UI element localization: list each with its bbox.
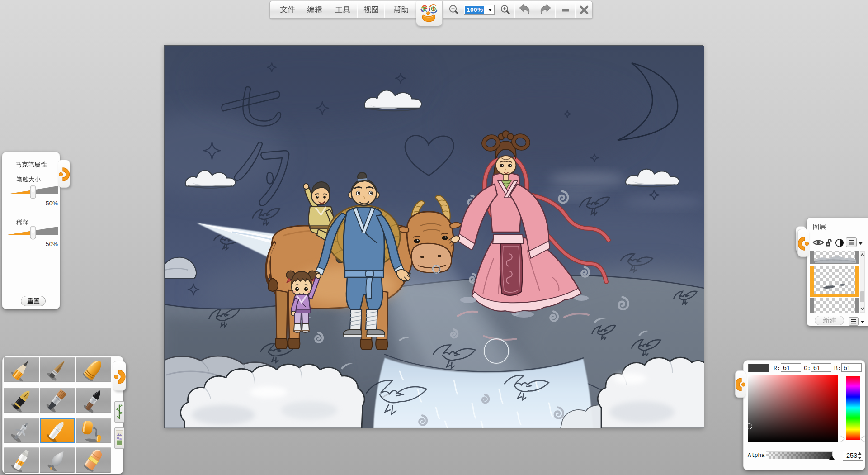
redo-button[interactable] — [535, 1, 555, 18]
hue-marker-left[interactable] — [840, 436, 844, 442]
layer-item-bottom[interactable] — [810, 298, 859, 313]
alpha-spin-up[interactable] — [856, 451, 863, 456]
lock-icon[interactable] — [824, 238, 833, 247]
menu-tools[interactable] — [328, 1, 357, 18]
reset-button[interactable] — [21, 296, 46, 306]
undo-icon — [518, 4, 532, 16]
zoom-out-button[interactable] — [445, 1, 462, 18]
grip-icon — [798, 229, 810, 257]
blue-label: B: — [834, 365, 841, 372]
tool-airbrush[interactable] — [4, 418, 39, 443]
alpha-spin-down[interactable] — [856, 456, 863, 460]
layer-menu-arrow[interactable] — [858, 242, 863, 245]
pencil-icon — [4, 357, 39, 382]
red-input[interactable]: 61 — [781, 363, 801, 372]
layer-list — [810, 251, 859, 313]
layers-title — [813, 223, 826, 230]
drawing-canvas[interactable] — [164, 45, 703, 428]
app-logo[interactable] — [416, 1, 443, 26]
minimize-icon — [560, 5, 571, 15]
brush-size-slider[interactable] — [2, 182, 61, 200]
marker-icon — [41, 419, 74, 442]
zoom-out-icon — [448, 4, 460, 16]
dilution-slider[interactable] — [2, 223, 61, 241]
grip-icon — [113, 361, 126, 391]
tool-ink-brush[interactable] — [76, 388, 111, 413]
alpha-marker[interactable] — [829, 456, 835, 460]
sv-cursor[interactable] — [746, 423, 752, 429]
minimize-button[interactable] — [556, 1, 575, 18]
menu-lines-icon — [846, 238, 856, 247]
menu-view[interactable] — [358, 1, 384, 18]
tool-pencil[interactable] — [4, 357, 39, 382]
redo-icon — [538, 4, 552, 16]
hue-slider[interactable] — [846, 376, 860, 440]
hue-marker-right[interactable] — [861, 436, 865, 442]
bamboo-stamp-button[interactable] — [114, 401, 124, 423]
visibility-icon[interactable] — [812, 238, 824, 247]
paint-tube-icon — [4, 447, 39, 473]
panel-title — [2, 161, 60, 168]
picture-stamp-button[interactable] — [114, 428, 124, 449]
tool-smudge[interactable] — [40, 447, 75, 473]
color-grip[interactable] — [735, 370, 746, 398]
undo-button[interactable] — [515, 1, 535, 18]
layers-grip[interactable] — [797, 229, 809, 257]
tool-fountain-pen[interactable] — [4, 388, 39, 413]
zoom-dropdown-arrow[interactable] — [488, 9, 492, 11]
tool-paint-tube[interactable] — [4, 447, 39, 473]
airbrush-icon — [4, 418, 39, 443]
zoom-in-button[interactable] — [496, 1, 514, 18]
alpha-slider[interactable] — [766, 451, 833, 459]
bamboo-stamp-icon — [115, 402, 124, 422]
tool-flat-brush[interactable] — [40, 388, 75, 413]
saturation-value-picker[interactable] — [748, 375, 838, 442]
tool-marker[interactable] — [40, 418, 75, 443]
close-icon — [579, 5, 590, 15]
color-picker-panel: R: 61 G: 61 B: 61 Alpha 253 — [743, 360, 865, 470]
tool-crayon[interactable] — [76, 357, 111, 382]
app-logo-icon — [416, 1, 442, 25]
tool-paint-roller[interactable] — [76, 418, 111, 443]
smudge-icon — [40, 447, 75, 473]
marker-properties-panel: 50% 50% — [2, 152, 60, 309]
paint-roller-icon — [76, 418, 111, 443]
close-button[interactable] — [576, 1, 592, 18]
menu-edit[interactable] — [301, 1, 328, 18]
menu-help[interactable] — [385, 1, 417, 18]
toolbox-grip[interactable] — [113, 361, 126, 391]
dilution-value: 50% — [46, 241, 58, 247]
zoom-level-combobox[interactable]: 100% — [464, 5, 495, 15]
picture-stamp-icon — [115, 428, 124, 448]
fountain-pen-icon — [4, 388, 39, 413]
artwork-qixi-painting — [165, 46, 704, 428]
scrollbar-thumb[interactable] — [860, 291, 864, 302]
layer-item-top[interactable] — [810, 251, 859, 264]
menu-file[interactable] — [274, 1, 301, 18]
brush-size-value: 50% — [46, 200, 58, 207]
layer-bottom-menu-button[interactable] — [849, 317, 859, 326]
bottom-menu-arrow[interactable] — [860, 320, 865, 323]
ink-brush-icon — [76, 388, 111, 413]
green-input[interactable]: 61 — [811, 363, 831, 372]
layers-panel — [807, 218, 868, 326]
green-label: G: — [804, 365, 811, 372]
red-label: R: — [774, 365, 781, 372]
opacity-icon[interactable] — [835, 238, 844, 247]
flat-brush-icon — [40, 388, 75, 413]
tool-eraser[interactable] — [76, 447, 111, 473]
alpha-label: Alpha — [748, 452, 765, 459]
sketch-stick-icon — [40, 357, 75, 382]
new-layer-button[interactable] — [815, 316, 844, 325]
layer-menu-button[interactable] — [846, 238, 857, 247]
brush-size-label — [16, 176, 41, 182]
scroll-down-icon[interactable] — [860, 307, 864, 310]
tool-sketch-stick[interactable] — [40, 357, 75, 382]
crayon-icon — [76, 357, 111, 382]
current-color-swatch — [748, 364, 769, 372]
layer-scrollbar[interactable] — [860, 251, 865, 313]
layer-item-selected[interactable] — [810, 266, 859, 297]
alpha-spinner[interactable] — [856, 451, 863, 460]
scroll-up-icon[interactable] — [860, 253, 864, 257]
blue-input[interactable]: 61 — [841, 363, 862, 372]
